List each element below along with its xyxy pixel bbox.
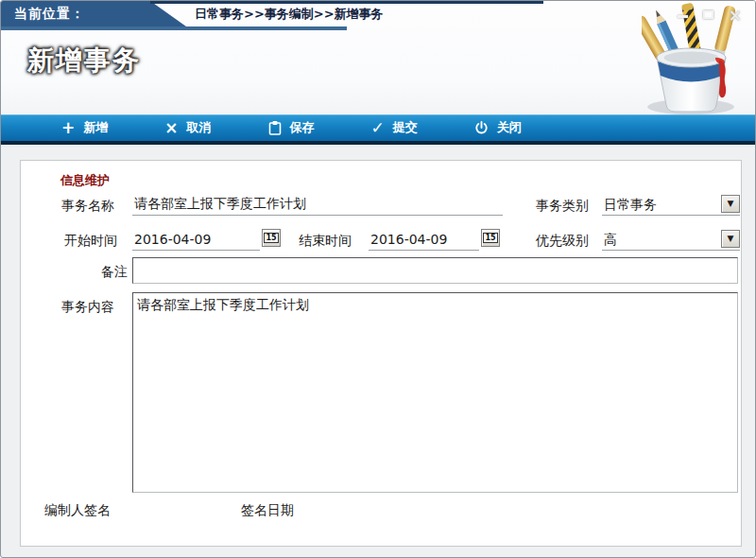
breadcrumb: 日常事务>>事务编制>>新增事务 xyxy=(195,4,384,26)
chevron-down-icon: ▼ xyxy=(728,200,734,208)
end-time-label: 结束时间 xyxy=(299,233,352,250)
app-window: × 当前位置： 日常事务>>事务编制>>新增事务 新增事务 + 新增 × 取消 xyxy=(0,0,756,558)
toolbar: + 新增 × 取消 保存 ✓ 提交 xyxy=(1,114,755,145)
header: × 当前位置： 日常事务>>事务编制>>新增事务 新增事务 xyxy=(1,1,755,114)
new-button[interactable]: + 新增 xyxy=(61,119,108,136)
check-icon: ✓ xyxy=(371,120,385,136)
task-name-label: 事务名称 xyxy=(61,198,114,215)
calendar-icon: 15 xyxy=(264,233,278,243)
save-icon xyxy=(268,120,282,135)
priority-select[interactable]: 高 ▼ xyxy=(602,230,740,251)
remarks-label: 备注 xyxy=(61,264,128,281)
cancel-button[interactable]: × 取消 xyxy=(164,119,211,136)
window-controls: × xyxy=(678,8,742,23)
new-button-label: 新增 xyxy=(83,119,108,136)
priority-dropdown-button[interactable]: ▼ xyxy=(721,230,740,248)
priority-label: 优先级别 xyxy=(536,233,589,250)
location-label-tab: 当前位置： xyxy=(1,1,186,26)
start-date-calendar-button[interactable]: 15 xyxy=(262,229,281,247)
x-icon: × xyxy=(164,120,178,136)
chevron-down-icon: ▼ xyxy=(728,235,734,243)
start-date-input[interactable] xyxy=(132,230,260,251)
save-button[interactable]: 保存 xyxy=(268,119,315,136)
plus-icon: + xyxy=(61,120,75,136)
priority-value: 高 xyxy=(604,230,617,249)
remarks-input[interactable] xyxy=(132,257,738,284)
section-title: 信息维护 xyxy=(60,172,110,189)
power-icon xyxy=(474,120,489,135)
submit-button-label: 提交 xyxy=(393,119,418,136)
cancel-button-label: 取消 xyxy=(187,119,212,136)
category-label: 事务类别 xyxy=(536,198,589,215)
calendar-icon: 15 xyxy=(483,233,497,243)
end-date-input[interactable] xyxy=(369,230,479,251)
save-button-label: 保存 xyxy=(290,119,315,136)
category-dropdown-button[interactable]: ▼ xyxy=(721,195,740,213)
start-time-label: 开始时间 xyxy=(64,233,117,250)
category-select[interactable]: 日常事务 ▼ xyxy=(602,195,740,216)
close-button-label: 关闭 xyxy=(497,119,522,136)
minimize-icon[interactable] xyxy=(678,8,688,18)
end-date-calendar-button[interactable]: 15 xyxy=(481,229,500,247)
location-label: 当前位置： xyxy=(14,6,85,21)
form-panel: 信息维护 事务名称 事务类别 日常事务 ▼ 开始时间 15 结束时间 15 优先… xyxy=(20,160,742,547)
close-icon[interactable]: × xyxy=(729,8,742,23)
content-label: 事务内容 xyxy=(61,299,114,316)
category-value: 日常事务 xyxy=(604,195,657,214)
maximize-icon[interactable] xyxy=(703,8,713,19)
signer-label: 编制人签名 xyxy=(44,502,111,519)
sign-date-label: 签名日期 xyxy=(241,502,294,519)
content-textarea[interactable]: 请各部室上报下季度工作计划 xyxy=(132,292,738,493)
page-title: 新增事务 xyxy=(27,43,141,78)
close-button[interactable]: 关闭 xyxy=(474,119,522,136)
task-name-input[interactable] xyxy=(132,195,503,216)
topbar-underline xyxy=(1,26,347,30)
submit-button[interactable]: ✓ 提交 xyxy=(371,119,418,136)
